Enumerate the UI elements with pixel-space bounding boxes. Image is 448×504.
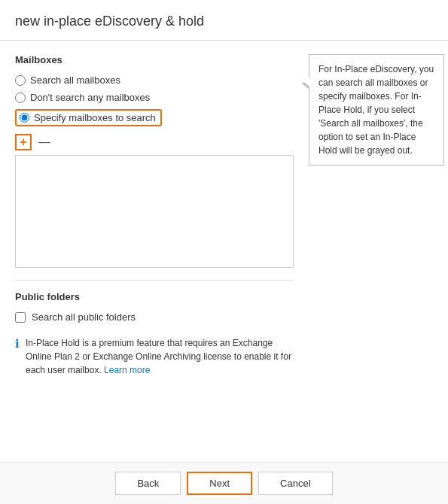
info-box: ℹ In-Place Hold is a premium feature tha… (15, 336, 294, 386)
radio-all[interactable] (15, 75, 26, 86)
public-folders-label: Public folders (15, 291, 294, 302)
mailbox-toolbar: + — (15, 134, 294, 150)
radio-item-all[interactable]: Search all mailboxes (15, 74, 294, 86)
radio-group-mailboxes: Search all mailboxes Don't search any ma… (15, 74, 294, 126)
content-area: Mailboxes Search all mailboxes Don't sea… (0, 41, 448, 462)
footer-bar: Back Next Cancel (0, 462, 448, 504)
mailboxes-section: Mailboxes Search all mailboxes Don't sea… (15, 54, 294, 268)
main-panel: Mailboxes Search all mailboxes Don't sea… (15, 54, 309, 462)
tooltip-box: For In-Place eDiscovery, you can search … (309, 54, 444, 165)
remove-mailbox-button[interactable]: — (36, 134, 53, 150)
divider (15, 280, 294, 281)
checkbox-public-folders-label[interactable]: Search all public folders (32, 311, 136, 323)
learn-more-link[interactable]: Learn more (104, 365, 150, 375)
info-text-content: In-Place Hold is a premium feature that … (26, 338, 291, 375)
tooltip-text: For In-Place eDiscovery, you can search … (318, 64, 434, 156)
add-mailbox-button[interactable]: + (15, 134, 32, 150)
checkbox-public-folders[interactable] (15, 312, 26, 323)
page-container: new in-place eDiscovery & hold Mailboxes… (0, 0, 448, 504)
radio-item-none[interactable]: Don't search any mailboxes (15, 92, 294, 103)
radio-specify[interactable] (20, 113, 29, 123)
radio-item-specify-highlighted[interactable]: Specify mailboxes to search (15, 109, 162, 126)
radio-none-label[interactable]: Don't search any mailboxes (30, 92, 150, 103)
cancel-button[interactable]: Cancel (258, 472, 332, 495)
radio-specify-label[interactable]: Specify mailboxes to search (34, 112, 156, 123)
tooltip-arrow-inner (303, 77, 310, 87)
info-icon: ℹ (15, 337, 20, 351)
checkbox-row-public-folders[interactable]: Search all public folders (15, 311, 294, 323)
public-folders-section: Public folders Search all public folders (15, 291, 294, 323)
next-button[interactable]: Next (187, 472, 252, 495)
mailboxes-section-label: Mailboxes (15, 54, 294, 65)
info-text: In-Place Hold is a premium feature that … (26, 336, 294, 377)
mailbox-list-box[interactable] (15, 155, 294, 268)
radio-none[interactable] (15, 93, 26, 103)
radio-all-label[interactable]: Search all mailboxes (30, 74, 120, 86)
tooltip-panel: For In-Place eDiscovery, you can search … (309, 54, 444, 462)
back-button[interactable]: Back (115, 472, 181, 495)
page-title: new in-place eDiscovery & hold (0, 0, 448, 41)
